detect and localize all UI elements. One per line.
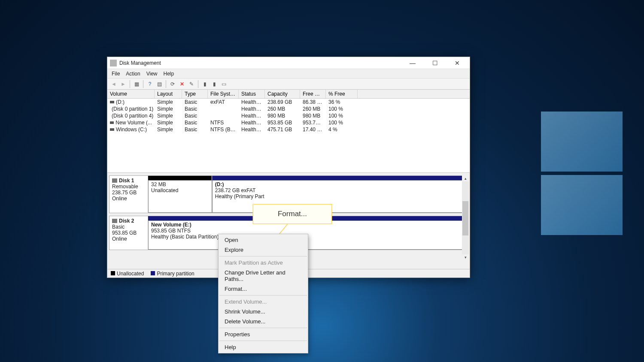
- properties-icon[interactable]: ✎: [188, 80, 195, 88]
- volume-list[interactable]: Volume Layout Type File System Status Ca…: [107, 90, 470, 173]
- col-filesystem[interactable]: File System: [208, 90, 239, 98]
- ctx-shrink-volume[interactable]: Shrink Volume...: [219, 307, 308, 317]
- col-volume[interactable]: Volume: [107, 90, 155, 98]
- vol-name: (Disk 0 partition 1): [112, 106, 153, 112]
- disk-2-size: 953.85 GB: [112, 230, 145, 236]
- disk-1-unallocated[interactable]: 32 MB Unallocated: [148, 180, 212, 213]
- view-list-icon[interactable]: ▭: [220, 80, 228, 88]
- ctx-change-drive-letter-and-paths[interactable]: Change Drive Letter and Paths...: [219, 268, 308, 284]
- volume-context-menu: OpenExploreMark Partition as ActiveChang…: [218, 234, 308, 353]
- format-callout: Format...: [253, 204, 332, 224]
- scroll-thumb[interactable]: [462, 201, 468, 235]
- legend-primary: Primary partition: [151, 271, 194, 277]
- ctx-properties[interactable]: Properties: [219, 329, 308, 339]
- delete-icon[interactable]: ✕: [178, 80, 186, 88]
- col-freespace[interactable]: Free Spa...: [300, 90, 326, 98]
- menu-separator: [219, 328, 307, 328]
- menu-separator: [219, 256, 307, 256]
- view-bottom-icon[interactable]: ▮: [210, 80, 218, 88]
- ctx-delete-volume[interactable]: Delete Volume...: [219, 317, 308, 326]
- help-icon[interactable]: ?: [146, 80, 154, 88]
- disk-1-state: Online: [112, 196, 145, 202]
- app-icon: [110, 60, 117, 66]
- col-pctfree[interactable]: % Free: [326, 90, 358, 98]
- ctx-extend-volume: Extend Volume...: [219, 297, 308, 307]
- show-hide-icon[interactable]: ▦: [133, 80, 140, 88]
- volume-row[interactable]: (Disk 0 partition 4)SimpleBasicHealthy (…: [107, 112, 470, 119]
- ctx-format[interactable]: Format...: [219, 284, 308, 294]
- ctx-mark-partition-as-active: Mark Partition as Active: [219, 258, 308, 268]
- menubar: File Action View Help: [107, 69, 470, 78]
- volume-list-header[interactable]: Volume Layout Type File System Status Ca…: [107, 90, 470, 99]
- forward-icon[interactable]: ►: [119, 80, 127, 88]
- disk-1-partition-d[interactable]: (D:) 238.72 GB exFAT Healthy (Primary Pa…: [212, 180, 468, 213]
- disk-1-meta[interactable]: Disk 1 Removable 238.75 GB Online: [109, 176, 148, 213]
- refresh-icon[interactable]: ⟳: [169, 80, 176, 88]
- ctx-explore[interactable]: Explore: [219, 245, 308, 255]
- titlebar[interactable]: Disk Management — ☐ ✕: [107, 57, 470, 69]
- back-icon[interactable]: ◄: [110, 80, 118, 88]
- disk-2-kind: Basic: [112, 224, 145, 230]
- disk-2-meta[interactable]: Disk 2 Basic 953.85 GB Online: [109, 216, 148, 250]
- vol-name: New Volume (...: [115, 120, 152, 126]
- volume-row[interactable]: New Volume (...SimpleBasicNTFSHealthy (B…: [107, 119, 470, 126]
- disk-1-size: 238.75 GB: [112, 190, 145, 196]
- col-type[interactable]: Type: [182, 90, 208, 98]
- vol-name: Windows (C:): [116, 127, 147, 133]
- disk-icon: [112, 178, 117, 183]
- maximize-button[interactable]: ☐: [425, 57, 445, 69]
- disk-2-state: Online: [112, 236, 145, 242]
- ctx-open[interactable]: Open: [219, 235, 308, 245]
- volume-row[interactable]: (Disk 0 partition 1)SimpleBasicHealthy (…: [107, 106, 470, 112]
- menu-view[interactable]: View: [146, 71, 158, 77]
- menu-separator: [219, 341, 307, 341]
- settings-icon[interactable]: ▤: [155, 80, 163, 88]
- disk-1-name: Disk 1: [119, 178, 134, 184]
- disk-1-kind: Removable: [112, 184, 145, 190]
- menu-action[interactable]: Action: [126, 71, 140, 77]
- toolbar: ◄ ► ▦ ? ▤ ⟳ ✕ ✎ ▮ ▮ ▭: [107, 78, 470, 90]
- scroll-down-icon[interactable]: ▾: [462, 254, 469, 260]
- volume-row[interactable]: Windows (C:)SimpleBasicNTFS (BitLo...Hea…: [107, 126, 470, 133]
- volume-row[interactable]: (D:)SimpleBasicexFATHealthy (P...238.69 …: [107, 99, 470, 106]
- vol-name: (Disk 0 partition 4): [112, 113, 153, 119]
- decorative-panel: [541, 112, 623, 172]
- scroll-up-icon[interactable]: ▴: [462, 175, 469, 181]
- view-top-icon[interactable]: ▮: [201, 80, 209, 88]
- callout-text: Format...: [278, 210, 307, 218]
- menu-separator: [219, 295, 307, 296]
- close-button[interactable]: ✕: [447, 57, 467, 69]
- graphics-scrollbar[interactable]: ▴ ▾: [462, 175, 469, 260]
- vol-name: (D:): [116, 99, 125, 105]
- legend-unallocated: Unallocated: [111, 271, 144, 277]
- disk-icon: [112, 219, 117, 223]
- decorative-panel: [541, 175, 623, 235]
- minimize-button[interactable]: —: [403, 57, 422, 69]
- col-capacity[interactable]: Capacity: [265, 90, 300, 98]
- disk-2-name: Disk 2: [119, 218, 134, 224]
- ctx-help[interactable]: Help: [219, 342, 308, 352]
- menu-file[interactable]: File: [112, 71, 120, 77]
- col-status[interactable]: Status: [239, 90, 265, 98]
- col-layout[interactable]: Layout: [155, 90, 182, 98]
- window-title: Disk Management: [119, 60, 161, 66]
- menu-help[interactable]: Help: [164, 71, 174, 77]
